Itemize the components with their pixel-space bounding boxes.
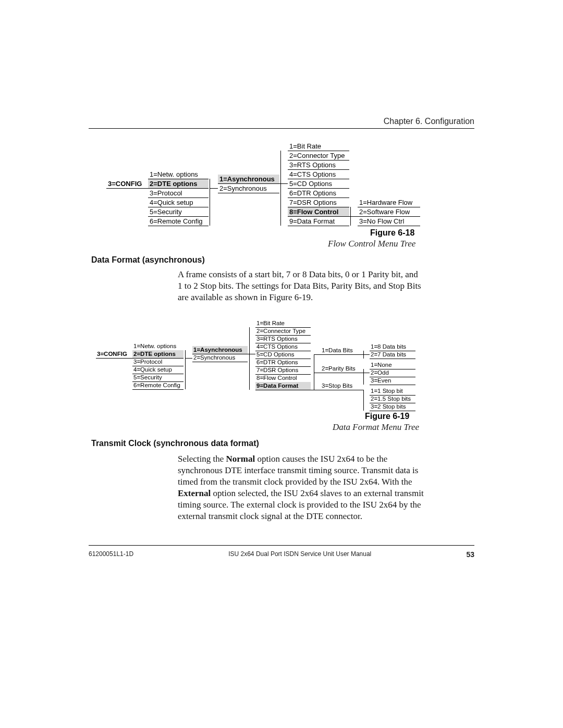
- tree18-col2-1: 2=Synchronous: [218, 184, 279, 193]
- tree19-col2-1: 2=Synchronous: [192, 354, 248, 362]
- tree18-col2-0: 1=Asynchronous: [218, 175, 279, 184]
- tree19-col3-2: 3=RTS Options: [255, 335, 311, 343]
- tree19-col3-7: 8=Flow Control: [255, 374, 311, 382]
- bold-normal: Normal: [226, 454, 255, 464]
- tree19-col4-0: 1=Data Bits: [321, 347, 361, 355]
- tree18-col1-4: 5=Security: [148, 207, 209, 217]
- tree19-col1-0: 1=Netw. options: [132, 342, 183, 351]
- tree19-root: 3=CONFIG: [96, 350, 131, 359]
- tree19-col5c-1: 2=1.5 Stop bits: [370, 395, 415, 403]
- figure-19-caption: Data Format Menu Tree: [333, 422, 419, 433]
- header-rule: [89, 128, 474, 129]
- figure-19-label: Figure 6-19: [365, 412, 409, 421]
- tree19-col3-5: 6=DTR Options: [255, 359, 311, 367]
- tree19-col3-6: 7=DSR Options: [255, 366, 311, 375]
- section-transmit-clock-body: Selecting the Normal option causes the I…: [178, 453, 428, 522]
- tree18-col3-1: 2=Connector Type: [288, 151, 349, 161]
- footer-pageno: 53: [466, 550, 474, 559]
- tree19-col5a-1: 2=7 Data bits: [370, 351, 415, 359]
- text-span: option selected, the ISU 2x64 slaves to …: [178, 488, 424, 521]
- tree19-col5a-0: 1=8 Data bits: [370, 343, 415, 351]
- tree19-col3-4: 5=CD Options: [255, 351, 311, 359]
- tree19-col4-1: 2=Parity Bits: [321, 365, 361, 373]
- tree19-col5c-0: 1=1 Stop bit: [370, 387, 415, 396]
- tree18-col3-4: 5=CD Options: [288, 179, 349, 189]
- tree19-col5b-2: 3=Even: [370, 377, 415, 385]
- tree19-col3-3: 4=CTS Options: [255, 343, 311, 351]
- tree18-col1-0: 1=Netw. options: [148, 170, 209, 179]
- tree18-col3-5: 6=DTR Options: [288, 189, 349, 198]
- tree19-col1-1: 2=DTE options: [132, 350, 183, 359]
- tree18-col4-1: 2=Software Flow: [358, 207, 420, 217]
- tree18-col1-5: 6=Remote Config: [148, 217, 209, 226]
- bold-external: External: [178, 488, 211, 498]
- tree19-col1-5: 6=Remote Config: [132, 381, 183, 390]
- tree18-col3-2: 3=RTS Options: [288, 161, 349, 170]
- tree18-col1-3: 4=Quick setup: [148, 198, 209, 207]
- tree18-col4-0: 1=Hardware Flow: [358, 198, 420, 207]
- footer-docid: 61200051L1-1D: [89, 550, 133, 559]
- tree18-col3-8: 9=Data Format: [288, 217, 349, 226]
- tree18-col4-2: 3=No Flow Ctrl: [358, 217, 420, 226]
- figure-18-caption: Flow Control Menu Tree: [328, 239, 415, 249]
- tree19-col5b-0: 1=None: [370, 361, 415, 369]
- tree18-col3-7: 8=Flow Control: [288, 207, 349, 217]
- tree19-col3-8: 9=Data Format: [255, 382, 311, 390]
- tree18-col1-1: 2=DTE options: [148, 179, 209, 189]
- document-page: Chapter 6. Configuration 3=CONFIG 1=Netw…: [0, 0, 563, 728]
- section-data-format-heading: Data Format (asynchronous): [91, 255, 205, 265]
- page-header: Chapter 6. Configuration: [384, 117, 474, 126]
- footer-title: ISU 2x64 Dual Port ISDN Service Unit Use…: [228, 550, 371, 559]
- tree19-col3-1: 2=Connector Type: [255, 327, 311, 336]
- tree19-col5c-2: 3=2 Stop bits: [370, 403, 415, 411]
- text-span: Selecting the: [178, 454, 226, 464]
- tree18-col1-2: 3=Protocol: [148, 189, 209, 198]
- tree19-col5b-1: 2=Odd: [370, 369, 415, 377]
- tree18-root: 3=CONFIG: [106, 179, 147, 189]
- tree19-col4-2: 3=Stop Bits: [321, 382, 361, 390]
- tree19-col1-3: 4=Quick setup: [132, 366, 183, 374]
- tree18-col3-3: 4=CTS Options: [288, 170, 349, 179]
- tree18-col3-6: 7=DSR Options: [288, 198, 349, 207]
- tree19-col3-0: 1=Bit Rate: [255, 319, 311, 328]
- tree19-col1-4: 5=Security: [132, 374, 183, 382]
- figure-18-label: Figure 6-18: [370, 228, 414, 238]
- tree18-col3-0: 1=Bit Rate: [288, 142, 349, 151]
- section-data-format-body: A frame consists of a start bit, 7 or 8 …: [178, 269, 423, 303]
- page-footer: 61200051L1-1D ISU 2x64 Dual Port ISDN Se…: [89, 550, 474, 559]
- footer-rule: [89, 545, 474, 546]
- tree19-col1-2: 3=Protocol: [132, 358, 183, 366]
- section-transmit-clock-heading: Transmit Clock (synchronous data format): [91, 439, 259, 448]
- tree19-col2-0: 1=Asynchronous: [192, 346, 248, 354]
